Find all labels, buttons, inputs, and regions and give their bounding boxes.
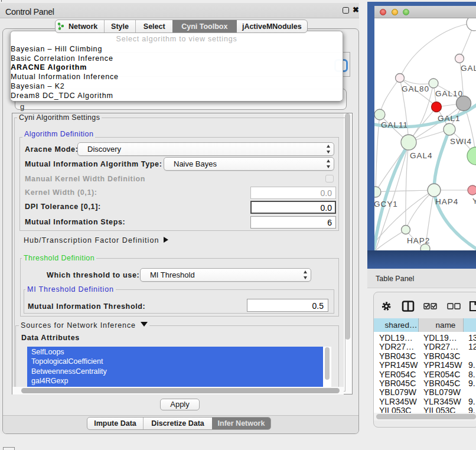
svg-text:GCY1: GCY1 bbox=[374, 200, 398, 208]
svg-text:GAL7: GAL7 bbox=[461, 64, 476, 73]
svg-text:HAP4: HAP4 bbox=[435, 197, 458, 206]
svg-text:GAL11: GAL11 bbox=[381, 120, 408, 129]
svg-text:GAL80: GAL80 bbox=[402, 84, 429, 93]
svg-text:HAP2: HAP2 bbox=[407, 236, 430, 245]
svg-text:Y: Y bbox=[472, 197, 476, 206]
svg-text:GAL1: GAL1 bbox=[438, 114, 461, 123]
svg-text:GAL4: GAL4 bbox=[410, 151, 433, 160]
svg-text:GAL10: GAL10 bbox=[435, 89, 463, 98]
svg-text:SWI4: SWI4 bbox=[450, 137, 472, 146]
